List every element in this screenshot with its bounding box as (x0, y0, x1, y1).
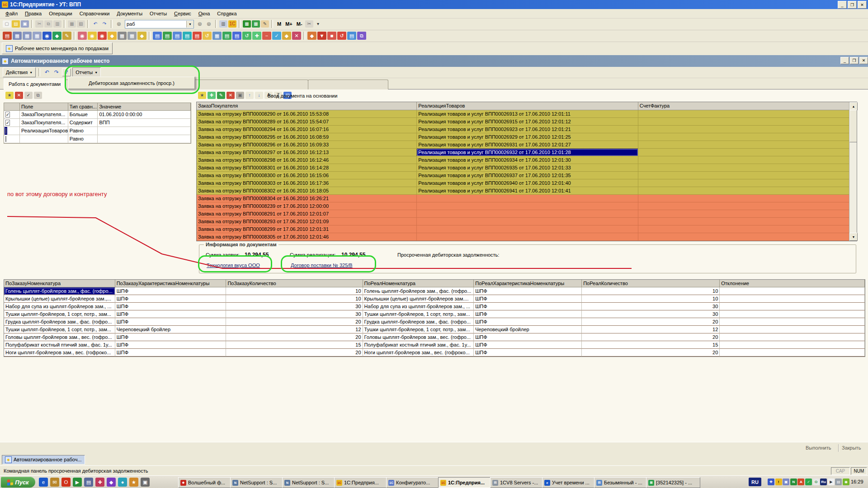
edit-doc-icon[interactable]: ✎ (217, 92, 225, 99)
contract-link[interactable]: Договор поставки № 325/В (291, 263, 353, 268)
new-document-icon[interactable]: ▢ (3, 20, 11, 28)
item-cell[interactable]: Набор для супа из цыплят-бройлеров зам.,… (363, 303, 474, 310)
items-header-ПоРеалХарактеристикаНоменклатуры[interactable]: ПоРеалХарактеристикаНоменклатуры (474, 280, 582, 287)
tray-antivirus-icon[interactable]: А (797, 479, 804, 485)
move-down-icon[interactable]: ↓ (255, 92, 263, 99)
menu-item-Сервис[interactable]: Сервис (170, 10, 195, 17)
copy-rows-icon[interactable]: ⧉ (34, 92, 42, 99)
item-cell[interactable] (720, 318, 865, 326)
sale-cell[interactable] (417, 210, 638, 218)
item-cell[interactable]: Ноги цыплят-бройлеров зам., вес. (гофрок… (363, 349, 474, 357)
paste-icon[interactable]: ▥ (53, 20, 61, 28)
item-cell[interactable]: ШПФ (474, 310, 582, 318)
maximize-button[interactable]: ❐ (848, 1, 857, 9)
filter-flag-cell[interactable] (4, 135, 20, 143)
item-cell[interactable]: ШПФ (115, 310, 226, 318)
item-cell[interactable]: Тушки цыплят-бройлеров, 1 сорт, потр., з… (363, 326, 474, 333)
building-icon[interactable]: ▦ (118, 32, 127, 40)
item-cell[interactable]: Тушки цыплят-бройлеров, 1 сорт, потр., з… (4, 326, 115, 333)
invoice-cell[interactable] (638, 156, 857, 164)
tray-lang-icon[interactable]: Ru (820, 479, 827, 485)
post-doc-icon[interactable]: ▣ (236, 92, 244, 99)
item-cell[interactable]: Головы цыплят-бройлеров зам., вес. (гофр… (363, 333, 474, 341)
draw-icon[interactable]: ✎ (62, 32, 71, 40)
order-cell[interactable]: Заявка на отгрузку ВПП00008298 от 16.06.… (197, 156, 417, 164)
taskbar-button-7[interactable]: ▤1CV8 Servers -... (490, 477, 544, 488)
invoice-cell[interactable] (638, 187, 857, 195)
building2-icon[interactable]: ▦ (127, 32, 137, 40)
filter-row[interactable]: ✓ЗаказПокупателя...СодержитВПП (4, 119, 191, 127)
filter-value-cell[interactable]: 01.06.2010 0:00:00 (98, 111, 191, 119)
document-row[interactable]: Заявка на отгрузку ВПП00008289 от 16.06.… (197, 118, 857, 126)
item-cell[interactable]: 12 (226, 326, 363, 333)
memory-button-М[interactable]: М (275, 21, 283, 27)
item-cell[interactable]: ШПФ (115, 295, 226, 303)
item-row[interactable]: Тушки цыплят-бройлеров, 1 сорт, потр., з… (4, 326, 865, 333)
document-row[interactable]: Заявка на отгрузку ВПП00008290 от 16.06.… (197, 110, 857, 118)
item-cell[interactable]: 20 (226, 318, 363, 326)
sale-cell[interactable]: Реализация товаров и услуг ВПП00026915 о… (417, 118, 638, 126)
documents-header-ЗаказПокупателя[interactable]: ЗаказПокупателя (197, 102, 417, 110)
filter-field-cell[interactable]: ЗаказПокупателя... (20, 111, 68, 119)
items-header-Отклонение[interactable]: Отклонение (720, 280, 865, 287)
filter-checkbox[interactable]: ✓ (5, 120, 10, 126)
delete-row-icon[interactable]: ✕ (15, 92, 23, 99)
document-row[interactable]: Заявка на отгрузку ВПП00008299 от 17.06.… (197, 225, 857, 233)
invoice-cell[interactable] (638, 218, 857, 225)
order-cell[interactable]: Заявка на отгрузку ВПП00008305 от 17.06.… (197, 233, 417, 241)
document-row[interactable]: Заявка на отгрузку ВПП00008296 от 16.06.… (197, 141, 857, 149)
undo-icon[interactable]: ↶ (91, 20, 99, 28)
mail-icon[interactable]: ✉ (50, 478, 59, 487)
invoice-cell[interactable] (638, 118, 857, 126)
item-cell[interactable]: 30 (226, 310, 363, 318)
document-row[interactable]: Заявка на отгрузку ВПП00008295 от 16.06.… (197, 133, 857, 141)
menu-item-Документы[interactable]: Документы (113, 10, 146, 17)
print-doc2-icon[interactable]: ▦ (23, 32, 32, 40)
filter-field-cell[interactable]: ЗаказПокупателя... (20, 119, 68, 127)
contractor-link[interactable]: Технология вкуса ООО (207, 263, 260, 268)
taskbar-button-1[interactable]: ◆Волшебный ф... (178, 477, 232, 488)
item-cell[interactable]: 20 (582, 349, 720, 357)
onec-help-icon[interactable]: 1С (228, 20, 236, 28)
tab-work-with-documents[interactable]: Работа с документами (4, 78, 66, 89)
item-cell[interactable]: ШПФ (115, 287, 226, 295)
item-row[interactable]: Головы цыплят-бройлеров зам., вес. (гофр… (4, 333, 865, 341)
item-cell[interactable]: ШПФ (115, 318, 226, 326)
filter-checkbox[interactable] (5, 136, 6, 142)
order-cell[interactable]: Заявка на отгрузку ВПП00008295 от 16.06.… (197, 133, 417, 141)
item-cell[interactable]: Ноги цыплят-бройлеров зам., вес. (гофрок… (4, 349, 115, 357)
plus-app-icon[interactable]: ✚ (95, 478, 104, 487)
order-cell[interactable]: Заявка на отгрузку ВПП00008302 от 16.06.… (197, 187, 417, 195)
taskbar-button-2[interactable]: NNetSupport : S... (230, 477, 284, 488)
refresh-up-icon[interactable]: ↶ (43, 69, 51, 76)
invoice-cell[interactable] (638, 172, 857, 179)
item-cell[interactable]: Полуфабрикат костный птичий зам., фас. 1… (4, 341, 115, 349)
people-icon[interactable]: ◉ (42, 32, 52, 40)
item-row[interactable]: Полуфабрикат костный птичий зам., фас. 1… (4, 341, 865, 349)
item-cell[interactable]: ШПФ (474, 341, 582, 349)
filter-checkbox[interactable]: ✓ (5, 112, 10, 117)
menu-item-Правка[interactable]: Правка (21, 10, 45, 17)
tray-gpu-icon[interactable]: ◉ (843, 479, 849, 485)
order-cell[interactable]: Заявка на отгрузку ВПП00008304 от 16.06.… (197, 195, 417, 202)
customer-icon[interactable]: ◉ (78, 32, 87, 40)
item-cell[interactable]: 12 (582, 326, 720, 333)
item-cell[interactable]: ШПФ (474, 318, 582, 326)
item-cell[interactable]: Череповецкий бройлер (474, 326, 582, 333)
item-row[interactable]: Грудка цыплят-бройлеров зам., фас. (гофр… (4, 318, 865, 326)
order-cell[interactable]: Заявка на отгрузку ВПП00008291 от 17.06.… (197, 210, 417, 218)
doc-plus-icon[interactable]: ✚ (252, 32, 261, 40)
item-row[interactable]: Крылышки (целые) цыплят-бройлеров зам.,.… (4, 295, 865, 303)
invoice-cell[interactable] (638, 110, 857, 118)
item-cell[interactable]: Грудка цыплят-бройлеров зам., фас. (гофр… (4, 318, 115, 326)
invoice-cell[interactable] (638, 164, 857, 172)
item-cell[interactable]: ШПФ (115, 333, 226, 341)
scroll-down-icon[interactable]: ▼ (849, 233, 858, 241)
item-cell[interactable]: ШПФ (474, 295, 582, 303)
mdi-minimize-button[interactable]: _ (840, 57, 849, 64)
item-cell[interactable] (720, 326, 865, 333)
preview-icon[interactable]: ▧ (77, 20, 85, 28)
print-icon[interactable]: ▦ (68, 20, 76, 28)
search-input[interactable]: раб ▼ (125, 20, 194, 28)
order-cell[interactable]: Заявка на отгрузку ВПП00008293 от 17.06.… (197, 218, 417, 225)
